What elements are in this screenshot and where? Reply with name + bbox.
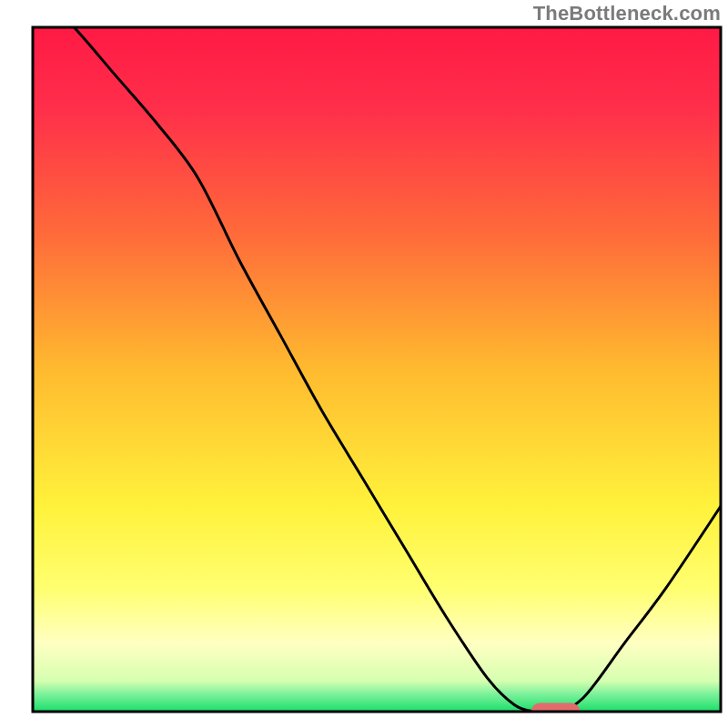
chart-stage: TheBottleneck.com [0,0,728,728]
watermark-text: TheBottleneck.com [533,2,721,25]
bottleneck-chart [0,0,728,728]
plot-background-gradient [33,27,721,712]
